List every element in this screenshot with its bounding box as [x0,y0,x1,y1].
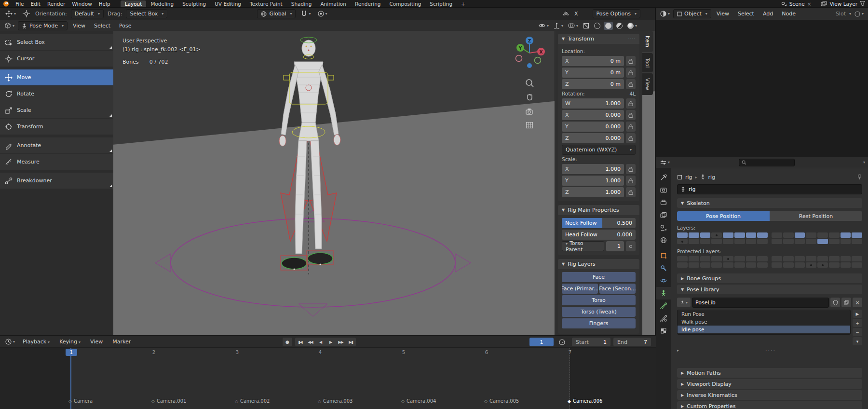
orientation-dropdown[interactable]: Default▾ [71,9,104,18]
tool-transform[interactable]: Transform [0,119,113,135]
layer-toggle[interactable] [852,256,862,261]
rotation-z-field[interactable]: Z0.000 [562,133,624,143]
rotation-mode-dropdown[interactable]: Quaternion (WXYZ)▾ [562,145,636,155]
layer-toggle[interactable] [817,232,828,238]
filter-funnel-icon[interactable] [860,1,865,6]
pose-list-item[interactable]: Run Pose [678,310,850,318]
layer-toggle[interactable] [841,256,851,261]
neck-follow-slider[interactable]: Neck Follow0.500 [562,218,636,228]
editor-type-shader-icon[interactable]: ▾ [659,9,671,18]
timeline-marker[interactable]: ◇Camera.003 [318,398,353,404]
tab-object-data-armature-icon[interactable] [656,287,671,300]
layer-toggle[interactable] [783,239,794,244]
rotation-x-field[interactable]: X0.000 [562,110,624,120]
pose-apply-button[interactable]: ▶ [853,310,862,318]
shader-menu-node[interactable]: Node [778,11,799,17]
layer-toggle[interactable] [757,239,768,244]
menu-render[interactable]: Render [44,1,68,7]
scale-z-field[interactable]: Z1.000 [562,187,624,197]
scene-unlink-button[interactable]: × [807,1,812,7]
properties-search-input[interactable] [739,159,795,166]
layer-toggle[interactable] [783,256,794,261]
layer-toggle[interactable] [772,239,782,244]
workspace-tab-scripting[interactable]: Scripting [425,0,457,7]
pose-list-item[interactable]: Walk pose [678,318,850,326]
shader-slot-label[interactable]: Slot [836,11,846,17]
head-follow-slider[interactable]: Head Follow0.000 [562,230,636,240]
tab-texture-icon[interactable] [656,325,671,337]
layer-toggle[interactable] [689,239,699,244]
timeline-marker[interactable]: ◇Camera.005 [484,398,519,404]
shader-editor-canvas[interactable] [656,20,868,157]
armature-name-field[interactable]: rig [677,184,862,194]
editor-type-timeline-icon[interactable]: ▾ [4,337,16,346]
layer-toggle[interactable] [806,262,816,268]
proportional-editing-icon[interactable]: ▾ [316,9,329,18]
menu-pose[interactable]: Pose [116,23,135,29]
jump-to-start-button[interactable]: ▮◀ [295,338,305,346]
workspace-tab-sculpting[interactable]: Sculpting [178,0,210,7]
transform-panel-header[interactable]: ▼Transform···· [558,34,639,44]
lock-icon[interactable] [626,122,636,132]
pose-library-name-field[interactable]: PoseLib [692,298,829,308]
pin-icon[interactable] [857,174,862,180]
shader-menu-select[interactable]: Select [734,11,758,17]
inverse-kinematics-panel-header[interactable]: ▶Inverse Kinematics [677,390,862,400]
rig-layers-header[interactable]: ▼Rig Layers [558,259,639,269]
layer-toggle[interactable] [829,256,840,261]
rest-position-button[interactable]: Rest Position [770,211,862,221]
active-tool-icon[interactable]: ▾ [4,9,17,18]
bone-groups-panel-header[interactable]: ▶Bone Groups [677,273,862,283]
menu-help[interactable]: Help [95,1,114,7]
location-x-field[interactable]: X0 m [562,56,624,66]
timeline-marker-selected[interactable]: ◆Camera.006 [568,398,602,404]
tab-view-layer-icon[interactable] [656,209,671,221]
layer-toggle[interactable] [783,232,794,238]
timeline-menu-marker[interactable]: Marker [109,339,134,345]
layer-toggle[interactable] [829,232,840,238]
layer-toggle[interactable] [677,232,688,238]
tool-breakdowner[interactable]: Breakdowner [0,173,113,189]
skeleton-panel-header[interactable]: ▼Skeleton [677,198,862,208]
tab-render-icon[interactable] [656,184,671,196]
lock-icon[interactable] [626,98,636,109]
layer-toggle[interactable] [734,256,745,261]
layer-toggle[interactable] [700,256,711,261]
shading-material-button[interactable] [615,22,624,30]
layer-toggle[interactable] [806,256,816,261]
layer-toggle[interactable] [795,232,805,238]
shading-rendered-button[interactable]: ▾ [626,22,638,30]
torso-parent-value-field[interactable]: 1 [606,241,624,251]
lock-icon[interactable] [626,176,636,186]
layer-toggle[interactable] [841,239,851,244]
rig-layer-face-button[interactable]: Face [562,272,636,282]
lock-icon[interactable] [626,187,636,197]
timeline-track-area[interactable]: 1 2 3 4 5 6 7 1 ◇Camera ◇Camera.001 ◇Cam… [0,348,656,409]
overlays-dropdown-icon[interactable]: ▾ [567,21,580,30]
copy-datablock-button[interactable] [841,298,851,307]
pose-add-button[interactable]: + [853,319,862,327]
editor-type-3dview-icon[interactable]: ▾ [3,21,16,30]
worksp ace-tab-texture-paint[interactable]: Texture Paint [245,0,287,7]
timeline-marker[interactable]: ◇Camera.002 [235,398,270,404]
sidebar-tab-view[interactable]: View [642,73,653,95]
jump-to-end-button[interactable]: ▶▮ [346,338,356,346]
mirror-axis-icon[interactable] [561,9,570,18]
viewport-display-panel-header[interactable]: ▶Viewport Display [677,379,862,389]
pose-specials-button[interactable]: ▾ [853,337,862,345]
workspace-tab-compositing[interactable]: Compositing [385,0,426,7]
navigation-gizmo[interactable]: Z Y X [510,34,549,72]
layer-toggle[interactable] [677,239,688,244]
layer-toggle[interactable] [700,239,711,244]
list-resize-grip[interactable]: ···· [765,347,776,354]
tool-select-box[interactable]: Select Box [0,34,113,50]
layer-toggle[interactable] [677,256,688,261]
tool-move[interactable]: Move [0,69,113,85]
layer-toggle[interactable] [711,256,722,261]
layer-toggle[interactable] [817,239,828,244]
frame-end-field[interactable]: End7 [613,338,651,346]
play-button[interactable]: ▶ [326,338,336,346]
layer-toggle[interactable] [795,262,805,268]
tab-object-icon[interactable] [656,249,671,262]
workspace-tab-modeling[interactable]: Modeling [146,0,178,7]
